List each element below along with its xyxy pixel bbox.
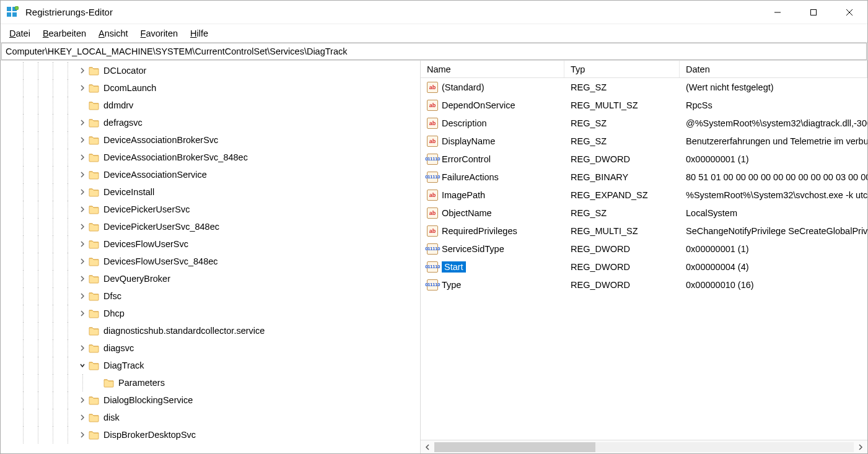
value-row[interactable]: 011 110ServiceSidTypeREG_DWORD0x00000001… — [421, 240, 867, 258]
value-name: FailureActions — [442, 172, 499, 182]
value-data: (Wert nicht festgelegt) — [680, 82, 867, 92]
tree-item[interactable]: DevicesFlowUserSvc_848ec — [1, 253, 420, 270]
folder-icon — [89, 222, 100, 232]
scroll-thumb[interactable] — [434, 442, 595, 452]
column-header-data[interactable]: Daten — [680, 61, 867, 77]
tree-item[interactable]: DcomLaunch — [1, 79, 420, 97]
folder-icon — [89, 430, 100, 440]
chevron-down-icon[interactable] — [77, 360, 87, 370]
tree-item[interactable]: Parameters — [1, 374, 420, 391]
chevron-right-icon[interactable] — [77, 204, 87, 214]
menu-ansicht[interactable]: Ansicht — [94, 27, 133, 40]
horizontal-scrollbar[interactable] — [421, 440, 867, 453]
binary-value-icon: 011 110 — [427, 261, 438, 273]
tree-item[interactable]: DevQueryBroker — [1, 270, 420, 287]
maximize-button[interactable] — [796, 1, 831, 24]
string-value-icon: ab — [427, 207, 438, 219]
chevron-right-icon[interactable] — [77, 187, 87, 197]
svg-rect-2 — [7, 12, 11, 17]
menu-hilfe[interactable]: Hilfe — [185, 27, 213, 40]
folder-icon — [89, 187, 100, 197]
tree-item[interactable]: DevicePickerUserSvc_848ec — [1, 218, 420, 235]
tree-item[interactable]: disk — [1, 409, 420, 426]
column-header-type[interactable]: Typ — [564, 61, 680, 77]
tree-pane[interactable]: DCLocatorDcomLaunchddmdrvdefragsvcDevice… — [1, 61, 421, 453]
tree-item[interactable]: DeviceAssociationBrokerSvc_848ec — [1, 149, 420, 166]
svg-rect-6 — [811, 9, 817, 15]
tree-item[interactable]: DCLocator — [1, 62, 420, 79]
close-button[interactable] — [831, 1, 867, 24]
chevron-right-icon[interactable] — [77, 430, 87, 440]
tree-item-label: DcomLaunch — [103, 83, 156, 93]
chevron-right-icon[interactable] — [77, 152, 87, 162]
tree-item[interactable]: DiagTrack — [1, 357, 420, 374]
chevron-right-icon[interactable] — [77, 274, 87, 284]
menu-datei[interactable]: Datei — [4, 27, 35, 40]
chevron-right-icon[interactable] — [77, 239, 87, 249]
tree-item[interactable]: DevicePickerUserSvc — [1, 201, 420, 218]
tree-item[interactable]: Dfsc — [1, 287, 420, 305]
folder-icon — [89, 83, 100, 93]
scroll-left-button[interactable] — [421, 441, 434, 453]
tree-item[interactable]: DialogBlockingService — [1, 391, 420, 409]
chevron-right-icon[interactable] — [77, 395, 87, 405]
values-body[interactable]: ab(Standard)REG_SZ(Wert nicht festgelegt… — [421, 78, 867, 440]
value-data: SeChangeNotifyPrivilege SeCreateGlobalPr… — [680, 226, 867, 236]
value-name: DisplayName — [442, 136, 495, 146]
value-row[interactable]: abObjectNameREG_SZLocalSystem — [421, 204, 867, 222]
tree-item-label: DevicesFlowUserSvc_848ec — [103, 256, 218, 266]
value-row[interactable]: 011 110FailureActionsREG_BINARY80 51 01 … — [421, 168, 867, 186]
value-row[interactable]: abImagePathREG_EXPAND_SZ%SystemRoot%\Sys… — [421, 186, 867, 204]
tree-item[interactable]: diagsvc — [1, 339, 420, 357]
menu-favoriten[interactable]: Favoriten — [136, 27, 183, 40]
scroll-right-button[interactable] — [854, 441, 867, 453]
value-row[interactable]: abRequiredPrivilegesREG_MULTI_SZSeChange… — [421, 222, 867, 240]
value-row[interactable]: abDependOnServiceREG_MULTI_SZRpcSs — [421, 96, 867, 114]
value-type: REG_SZ — [564, 136, 680, 146]
chevron-right-icon[interactable] — [77, 291, 87, 301]
menu-bearbeiten[interactable]: Bearbeiten — [38, 27, 91, 40]
tree-item[interactable]: DispBrokerDesktopSvc — [1, 426, 420, 443]
value-name: Start — [442, 261, 466, 273]
tree-item[interactable]: DeviceAssociationBrokerSvc — [1, 131, 420, 149]
chevron-right-icon[interactable] — [77, 170, 87, 180]
value-name: Type — [442, 280, 461, 290]
menubar: DateiBearbeitenAnsichtFavoritenHilfe — [1, 24, 867, 43]
chevron-right-icon[interactable] — [77, 256, 87, 266]
tree-item[interactable]: DeviceInstall — [1, 183, 420, 201]
tree-item[interactable]: DevicesFlowUserSvc — [1, 235, 420, 253]
value-row[interactable]: abDescriptionREG_SZ@%SystemRoot%\system3… — [421, 114, 867, 132]
value-row[interactable]: 011 110ErrorControlREG_DWORD0x00000001 (… — [421, 150, 867, 168]
address-bar[interactable]: Computer\HKEY_LOCAL_MACHINE\SYSTEM\Curre… — [1, 43, 867, 60]
tree-item[interactable]: DeviceAssociationService — [1, 166, 420, 183]
tree-item-label: DeviceAssociationBrokerSvc — [103, 135, 218, 145]
value-data: @%SystemRoot%\system32\diagtrack.dll,-30… — [680, 118, 867, 128]
column-header-name[interactable]: Name — [421, 61, 564, 77]
svg-point-4 — [15, 6, 19, 10]
split-panes: DCLocatorDcomLaunchddmdrvdefragsvcDevice… — [1, 60, 867, 453]
value-row[interactable]: ab(Standard)REG_SZ(Wert nicht festgelegt… — [421, 78, 867, 96]
chevron-right-icon[interactable] — [77, 413, 87, 422]
tree-item-label: DeviceAssociationService — [103, 170, 207, 180]
value-name: Description — [442, 118, 487, 128]
chevron-right-icon[interactable] — [77, 118, 87, 128]
folder-icon — [89, 118, 100, 128]
chevron-right-icon[interactable] — [77, 83, 87, 93]
chevron-right-icon[interactable] — [77, 222, 87, 232]
tree-item[interactable]: diagnosticshub.standardcollector.service — [1, 322, 420, 339]
tree-item[interactable]: defragsvc — [1, 114, 420, 131]
value-row[interactable]: 011 110TypeREG_DWORD0x00000010 (16) — [421, 276, 867, 294]
chevron-right-icon[interactable] — [77, 66, 87, 76]
minimize-button[interactable] — [760, 1, 796, 24]
value-row[interactable]: abDisplayNameREG_SZBenutzererfahrungen u… — [421, 132, 867, 150]
value-type: REG_DWORD — [564, 154, 680, 164]
chevron-right-icon[interactable] — [77, 343, 87, 353]
value-name: ImagePath — [442, 190, 485, 200]
scroll-track[interactable] — [434, 442, 854, 452]
tree-item[interactable]: Dhcp — [1, 305, 420, 322]
value-row[interactable]: 011 110StartREG_DWORD0x00000004 (4) — [421, 258, 867, 276]
chevron-right-icon[interactable] — [77, 308, 87, 318]
chevron-right-icon[interactable] — [77, 135, 87, 145]
tree-item[interactable]: ddmdrv — [1, 97, 420, 114]
value-type: REG_SZ — [564, 118, 680, 128]
